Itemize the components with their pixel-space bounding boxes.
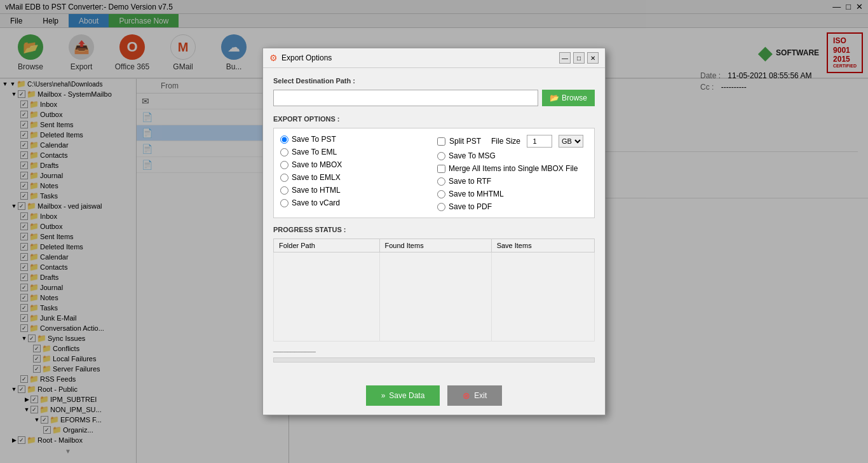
size-unit-select[interactable]: GB MB bbox=[559, 135, 583, 148]
save-to-msg-option[interactable]: Save To MSG bbox=[437, 151, 588, 160]
save-to-html-option[interactable]: Save to HTML bbox=[280, 186, 431, 195]
modal-controls[interactable]: — □ ✕ bbox=[559, 52, 599, 64]
progress-label: PROGRESS STATUS : bbox=[273, 226, 595, 233]
export-options-grid: Save To PST Save To EML Save to MBOX bbox=[280, 135, 588, 211]
modal-maximize-btn[interactable]: □ bbox=[573, 52, 585, 64]
save-to-emlx-option[interactable]: Save to EMLX bbox=[280, 173, 431, 182]
modal-body: Select Destination Path : 📂 Browse EXPOR… bbox=[263, 68, 605, 379]
file-size-label: File Size bbox=[491, 137, 520, 146]
export-options-box: Save To PST Save To EML Save to MBOX bbox=[273, 128, 595, 218]
exit-button[interactable]: ⊗ Exit bbox=[447, 385, 502, 406]
save-to-pst-radio[interactable] bbox=[280, 135, 288, 144]
progress-empty-row bbox=[274, 252, 595, 342]
save-to-vcard-radio[interactable] bbox=[280, 199, 288, 207]
save-icon: » bbox=[381, 391, 386, 400]
split-pst-row: Split PST File Size GB MB bbox=[437, 135, 588, 148]
save-to-rtf-radio[interactable] bbox=[437, 177, 445, 186]
save-items-col: Save Items bbox=[491, 239, 594, 252]
save-btn-label: Save Data bbox=[389, 391, 424, 400]
save-to-eml-label: Save To EML bbox=[292, 148, 337, 156]
modal-browse-btn[interactable]: 📂 Browse bbox=[542, 90, 595, 106]
save-to-mbox-radio[interactable] bbox=[280, 161, 288, 169]
progress-section: PROGRESS STATUS : Folder Path Found Item… bbox=[273, 226, 595, 363]
save-to-html-label: Save to HTML bbox=[292, 186, 341, 195]
save-to-pdf-option[interactable]: Save to PDF bbox=[437, 202, 588, 211]
save-to-mbox-label: Save to MBOX bbox=[292, 160, 342, 169]
right-options: Split PST File Size GB MB Save To MSG bbox=[437, 135, 588, 211]
save-to-mhtml-radio[interactable] bbox=[437, 190, 445, 198]
save-to-eml-option[interactable]: Save To EML bbox=[280, 148, 431, 156]
save-to-mhtml-label: Save to MHTML bbox=[449, 190, 504, 198]
save-to-html-radio[interactable] bbox=[280, 186, 288, 195]
save-data-button[interactable]: » Save Data bbox=[366, 385, 440, 406]
exit-btn-label: Exit bbox=[474, 391, 487, 400]
dest-path-row: 📂 Browse bbox=[273, 90, 595, 106]
save-to-pdf-label: Save to PDF bbox=[449, 202, 492, 211]
folder-path-cell bbox=[274, 252, 380, 342]
file-size-input[interactable] bbox=[527, 135, 552, 148]
exit-icon: ⊗ bbox=[463, 390, 470, 401]
save-items-cell bbox=[491, 252, 594, 342]
progress-table-head: Folder Path Found Items Save Items bbox=[274, 239, 595, 252]
progress-header-row: Folder Path Found Items Save Items bbox=[274, 239, 595, 252]
save-to-rtf-option[interactable]: Save to RTF bbox=[437, 177, 588, 186]
save-to-pdf-radio[interactable] bbox=[437, 203, 445, 211]
dest-path-input[interactable] bbox=[273, 90, 538, 106]
save-to-mhtml-option[interactable]: Save to MHTML bbox=[437, 190, 588, 198]
save-to-rtf-label: Save to RTF bbox=[449, 177, 491, 186]
modal-icon: ⚙ bbox=[269, 53, 278, 63]
progress-table-body bbox=[274, 252, 595, 342]
merge-label: Merge All Items into Single MBOX File bbox=[449, 164, 578, 173]
save-to-vcard-option[interactable]: Save to vCard bbox=[280, 198, 431, 207]
save-to-mbox-option[interactable]: Save to MBOX bbox=[280, 160, 431, 169]
save-to-msg-label: Save To MSG bbox=[449, 151, 496, 160]
save-to-pst-option[interactable]: Save To PST bbox=[280, 135, 431, 144]
save-to-eml-radio[interactable] bbox=[280, 148, 288, 156]
export-options-label: EXPORT OPTIONS : bbox=[273, 115, 595, 123]
folder-icon: 📂 bbox=[550, 93, 559, 102]
merge-checkbox[interactable] bbox=[437, 165, 445, 173]
dest-path-label: Select Destination Path : bbox=[273, 77, 595, 85]
modal-overlay: ⚙ Export Options — □ ✕ Select Destinatio… bbox=[0, 0, 868, 463]
save-to-emlx-radio[interactable] bbox=[280, 174, 288, 182]
save-to-emlx-label: Save to EMLX bbox=[292, 173, 341, 182]
modal-footer: » Save Data ⊗ Exit bbox=[263, 379, 605, 415]
progress-table: Folder Path Found Items Save Items bbox=[273, 238, 595, 342]
modal-titlebar: ⚙ Export Options — □ ✕ bbox=[263, 48, 605, 68]
merge-row[interactable]: Merge All Items into Single MBOX File bbox=[437, 164, 588, 173]
save-to-msg-radio[interactable] bbox=[437, 152, 445, 160]
progress-bar-container bbox=[273, 357, 595, 363]
left-options: Save To PST Save To EML Save to MBOX bbox=[280, 135, 431, 211]
modal-title-area: ⚙ Export Options bbox=[269, 53, 332, 63]
progress-separator: ____________ bbox=[273, 345, 595, 352]
split-pst-checkbox[interactable] bbox=[437, 137, 445, 146]
save-to-vcard-label: Save to vCard bbox=[292, 198, 340, 207]
folder-path-col: Folder Path bbox=[274, 239, 380, 252]
split-pst-label: Split PST bbox=[449, 137, 481, 146]
modal-title: Export Options bbox=[281, 53, 332, 62]
modal-minimize-btn[interactable]: — bbox=[559, 52, 571, 64]
found-items-col: Found Items bbox=[379, 239, 491, 252]
export-options-modal: ⚙ Export Options — □ ✕ Select Destinatio… bbox=[262, 48, 606, 415]
found-items-cell bbox=[379, 252, 491, 342]
save-to-pst-label: Save To PST bbox=[292, 135, 336, 144]
modal-close-btn[interactable]: ✕ bbox=[587, 52, 599, 64]
